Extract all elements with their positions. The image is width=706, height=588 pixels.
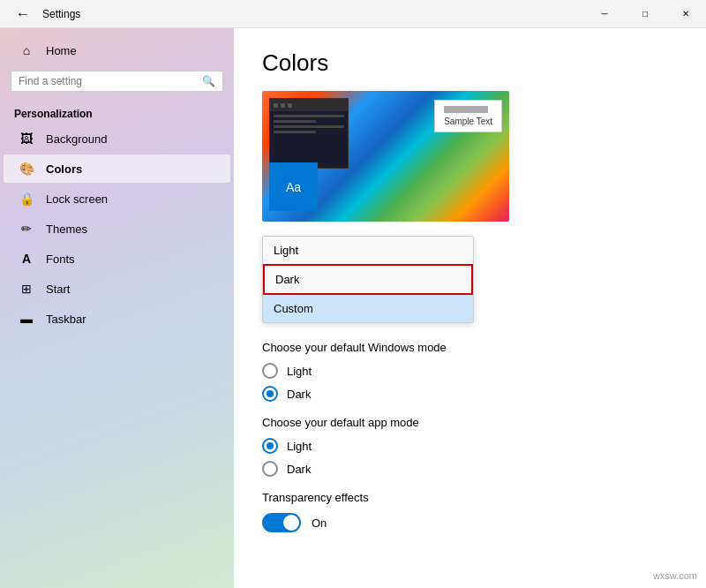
fonts-icon: A <box>18 252 35 266</box>
windows-mode-light[interactable]: Light <box>262 363 678 379</box>
home-icon: ⌂ <box>18 43 35 57</box>
dropdown-list: Light Dark Custom <box>262 236 474 323</box>
radio-label-light: Light <box>287 365 312 378</box>
close-icon: ✕ <box>682 9 689 19</box>
dropdown-item-custom[interactable]: Custom <box>263 295 473 322</box>
sidebar-item-themes[interactable]: ✏ Themes <box>4 215 230 243</box>
preview-window-bar <box>270 99 348 111</box>
minimize-icon: ─ <box>601 9 607 19</box>
transparency-toggle[interactable] <box>262 513 301 532</box>
preview-window-dot <box>274 103 278 108</box>
sidebar-item-colors[interactable]: 🎨 Colors <box>4 155 230 183</box>
background-icon: 🖼 <box>18 132 35 146</box>
radio-circle-app-dark <box>262 461 278 477</box>
sidebar-item-fonts[interactable]: A Fonts <box>4 245 230 273</box>
search-icon: 🔍 <box>202 75 215 87</box>
dropdown-item-dark[interactable]: Dark <box>263 264 473 295</box>
preview-window-content <box>270 111 348 139</box>
close-button[interactable]: ✕ <box>665 0 706 28</box>
radio-label-dark: Dark <box>287 388 311 401</box>
windows-mode-radio-group: Light Dark <box>262 363 678 402</box>
preview-window-line <box>274 120 316 123</box>
preview-tile-blue: Aa <box>269 162 318 211</box>
preview-window-line <box>274 125 344 128</box>
app-mode-radio-group: Light Dark <box>262 438 678 477</box>
preview-window <box>269 98 349 169</box>
minimize-button[interactable]: ─ <box>584 0 625 28</box>
app-mode-title: Choose your default app mode <box>262 416 678 429</box>
watermark: wxsw.com <box>653 570 697 581</box>
search-box[interactable]: 🔍 <box>11 71 223 92</box>
sidebar-item-label: Themes <box>46 222 87 236</box>
preview-window-dot <box>288 103 292 108</box>
transparency-toggle-label: On <box>312 516 327 530</box>
sidebar-item-background[interactable]: 🖼 Background <box>4 124 230 153</box>
app-body: ⌂ Home 🔍 Personalization 🖼 Background 🎨 … <box>0 28 706 588</box>
page-title: Colors <box>262 49 678 77</box>
content-area: Colors Aa <box>234 28 706 588</box>
sidebar-item-label: Start <box>46 283 70 296</box>
app-title: Settings <box>42 8 80 20</box>
taskbar-icon: ▬ <box>18 312 35 326</box>
start-icon: ⊞ <box>18 282 35 296</box>
sidebar-item-label: Colors <box>46 162 82 176</box>
app-mode-dark[interactable]: Dark <box>262 461 678 477</box>
radio-circle-app-light <box>262 438 278 454</box>
sidebar-item-start[interactable]: ⊞ Start <box>4 275 230 303</box>
sidebar-item-label: Lock screen <box>46 192 108 206</box>
titlebar: ← Settings ─ □ ✕ <box>0 0 706 28</box>
preview-sample-text-bar <box>444 106 488 113</box>
themes-icon: ✏ <box>18 222 35 236</box>
app-mode-light[interactable]: Light <box>262 438 678 454</box>
preview-background: Aa Sample Text <box>262 91 509 222</box>
sidebar-item-lock-screen[interactable]: 🔒 Lock screen <box>4 185 230 213</box>
maximize-button[interactable]: □ <box>625 0 665 28</box>
sidebar: ⌂ Home 🔍 Personalization 🖼 Background 🎨 … <box>0 28 234 588</box>
sidebar-item-taskbar[interactable]: ▬ Taskbar <box>4 305 230 333</box>
window-controls: ─ □ ✕ <box>584 0 706 28</box>
sidebar-section-title: Personalization <box>0 101 234 124</box>
radio-label-app-light: Light <box>287 440 312 453</box>
sidebar-item-home[interactable]: ⌂ Home <box>4 36 230 64</box>
radio-label-app-dark: Dark <box>287 463 311 476</box>
sidebar-item-label: Taskbar <box>46 313 86 326</box>
dropdown-item-light[interactable]: Light <box>263 237 473 264</box>
back-button[interactable]: ← <box>11 2 35 26</box>
preview-sample-text: Sample Text <box>434 100 502 132</box>
dropdown-container[interactable]: Light Dark Custom <box>262 236 474 323</box>
sidebar-item-label: Fonts <box>46 253 75 266</box>
sidebar-item-label: Background <box>46 132 107 146</box>
preview-window-dot <box>281 103 285 108</box>
radio-circle-light <box>262 363 278 379</box>
transparency-title: Transparency effects <box>262 491 678 504</box>
preview-window-line <box>274 115 344 117</box>
radio-circle-dark <box>262 386 278 402</box>
titlebar-left: ← Settings <box>11 2 80 26</box>
back-icon: ← <box>16 6 30 22</box>
sidebar-item-label: Home <box>46 44 77 57</box>
colors-icon: 🎨 <box>18 162 35 176</box>
maximize-icon: □ <box>642 9 648 19</box>
sample-text-label: Sample Text <box>444 117 492 126</box>
search-input[interactable] <box>19 75 202 87</box>
windows-mode-dark[interactable]: Dark <box>262 386 678 402</box>
windows-mode-title: Choose your default Windows mode <box>262 341 678 354</box>
preview-container: Aa Sample Text <box>262 91 509 222</box>
lock-icon: 🔒 <box>18 192 35 206</box>
preview-window-line <box>274 131 316 133</box>
transparency-toggle-row: On <box>262 513 678 532</box>
